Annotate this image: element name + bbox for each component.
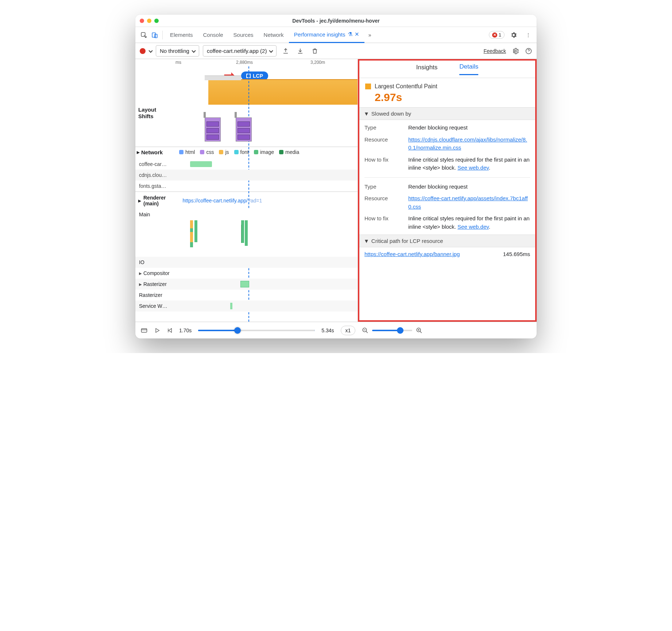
resource-key: Resource [364, 136, 405, 152]
rasterizer-track[interactable]: Rasterizer [135, 290, 358, 301]
gear-icon[interactable] [512, 47, 519, 55]
tab-label: Performance insights [294, 31, 345, 38]
tick-label: ms [175, 60, 181, 65]
network-row[interactable]: coffee-car… [135, 159, 358, 170]
export-icon[interactable] [280, 46, 291, 57]
main-track[interactable]: Main [135, 209, 358, 257]
speed-control[interactable]: x1 [341, 326, 356, 335]
content-area: ms 2,880ms 3,200m ➡ LCP Layout Shifts [135, 59, 537, 322]
timeline-pane[interactable]: ms 2,880ms 3,200m ➡ LCP Layout Shifts [135, 59, 358, 322]
playback-footer: 1.70s 5.34s x1 [135, 322, 537, 338]
critical-path-header[interactable]: ▼Critical path for LCP resource [359, 235, 535, 247]
fix-link[interactable]: See web.dev [457, 224, 489, 230]
legend-image: image [260, 149, 274, 155]
error-count: 1 [499, 32, 501, 38]
tab-network[interactable]: Network [259, 27, 289, 43]
legend-media: media [285, 149, 299, 155]
chevron-down-icon [269, 49, 273, 53]
tick-label: 3,200m [310, 60, 325, 65]
critical-path-link[interactable]: https://coffee-cart.netlify.app/banner.j… [364, 251, 460, 257]
playback-slider[interactable] [198, 330, 315, 331]
net-row-label: coffee-car… [139, 161, 167, 167]
network-legend: html css js font image media [179, 149, 299, 155]
lcp-color-icon [365, 84, 371, 89]
network-row[interactable]: fonts.gsta… [135, 181, 358, 191]
window-title: DevTools - jec.fyi/demo/menu-hover [135, 18, 537, 24]
tick-label: 2,880ms [236, 60, 253, 65]
fix-key: How to fix [364, 156, 405, 172]
panel-tabbar: Elements Console Sources Network Perform… [135, 27, 537, 43]
rasterizer-track[interactable]: ▶Rasterizer [135, 279, 358, 290]
rewind-icon[interactable] [167, 328, 173, 333]
legend-css: css [206, 149, 214, 155]
svg-rect-1 [152, 33, 155, 37]
more-tabs-icon[interactable]: » [364, 30, 375, 40]
devtools-window: DevTools - jec.fyi/demo/menu-hover Eleme… [135, 15, 537, 338]
track-label: Rasterizer [143, 281, 167, 287]
service-worker-track[interactable]: Service W… [135, 301, 358, 311]
device-toggle-icon[interactable] [149, 30, 160, 40]
svg-rect-5 [142, 329, 147, 332]
track-label: IO [139, 259, 144, 265]
fix-key: How to fix [364, 214, 405, 231]
tab-console[interactable]: Console [198, 27, 228, 43]
record-menu-icon[interactable] [148, 49, 152, 53]
track-label: Compositor [143, 270, 170, 276]
flask-icon: ⚗ [348, 31, 352, 38]
legend-js: js [225, 149, 229, 155]
tab-elements[interactable]: Elements [165, 27, 198, 43]
renderer-section: ▶ Renderer (main) https://coffee-cart.ne… [135, 192, 358, 311]
tab-details[interactable]: Details [459, 63, 478, 75]
tab-sources[interactable]: Sources [228, 27, 259, 43]
lcp-label: LCP [253, 73, 263, 79]
fix-link[interactable]: See web.dev [457, 164, 489, 171]
resource-link[interactable]: https://coffee-cart.netlify.app/assets/i… [408, 195, 528, 210]
settings-icon[interactable] [508, 30, 519, 40]
import-icon[interactable] [295, 46, 306, 57]
network-label: Network [141, 149, 163, 155]
zoom-in-icon[interactable] [416, 327, 422, 334]
layout-shift-thumbnail[interactable] [205, 117, 221, 142]
slowed-by-label: Slowed down by [371, 111, 411, 117]
resource-link[interactable]: https://cdnjs.cloudflare.com/ajax/libs/n… [408, 136, 527, 151]
io-track[interactable]: IO [135, 257, 358, 268]
close-tab-icon[interactable]: ✕ [355, 31, 359, 38]
svg-point-3 [515, 50, 517, 52]
zoom-slider[interactable] [372, 330, 412, 331]
end-time: 5.34s [321, 328, 334, 333]
critical-path-label: Critical path for LCP resource [371, 238, 443, 244]
layout-shift-thumbnail[interactable] [236, 117, 252, 142]
slowed-by-header[interactable]: ▼Slowed down by [359, 107, 535, 120]
error-badge[interactable]: ✕ 1 [489, 31, 505, 39]
lcp-title: Largest Contentful Paint [375, 83, 437, 90]
compositor-track[interactable]: ▶Compositor [135, 268, 358, 279]
main-thread-overview [208, 79, 358, 105]
network-row[interactable]: cdnjs.clou… [135, 170, 358, 181]
track-label: Service W… [139, 303, 167, 309]
type-value: Render blocking request [408, 183, 530, 191]
delete-icon[interactable] [309, 46, 320, 57]
legend-html: html [185, 149, 195, 155]
throttling-label: No throttling [160, 48, 189, 54]
zoom-out-icon[interactable] [362, 327, 368, 334]
recording-label: coffee-cart.netlify.app (2) [207, 48, 267, 54]
details-pane: Insights Details Largest Contentful Pain… [358, 59, 537, 322]
feedback-link[interactable]: Feedback [484, 48, 506, 54]
inspect-icon[interactable] [138, 30, 149, 40]
record-button[interactable] [140, 48, 146, 54]
throttling-select[interactable]: No throttling [156, 45, 199, 57]
main-label: Main [139, 212, 150, 217]
type-key: Type [364, 183, 405, 191]
renderer-label: Renderer (main) [143, 195, 166, 206]
kebab-icon[interactable]: ⋮ [523, 30, 534, 40]
tab-performance-insights[interactable]: Performance insights ⚗ ✕ [289, 27, 364, 43]
renderer-url[interactable]: https://coffee-cart.netlify.app/?ad=1 [182, 198, 262, 204]
type-key: Type [364, 124, 405, 132]
tab-insights[interactable]: Insights [416, 64, 438, 75]
play-icon[interactable] [154, 328, 160, 333]
replay-view-icon[interactable] [140, 327, 148, 334]
lcp-summary: Largest Contentful Paint 2.97s [359, 78, 535, 107]
recording-select[interactable]: coffee-cart.netlify.app (2) [203, 45, 277, 57]
help-icon[interactable] [525, 47, 532, 55]
resource-key: Resource [364, 194, 405, 211]
